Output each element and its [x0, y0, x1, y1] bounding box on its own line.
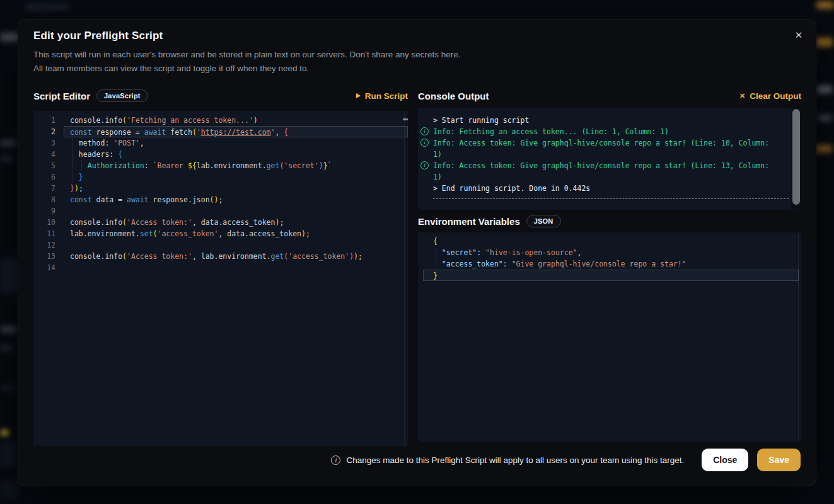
code-token — [433, 260, 442, 268]
line-number: 12 — [33, 239, 64, 251]
code-line: 3 method: 'POST', — [33, 137, 408, 149]
console-output: > Start running scriptiInfo: Fetching an… — [418, 108, 801, 210]
console-text: Info: Fetching an access token... (Line:… — [433, 127, 669, 136]
code-token: lab.environment. — [197, 161, 267, 170]
env-variables-heading: Environment Variables — [418, 216, 520, 227]
code-token: , data.access_token — [192, 218, 275, 227]
clear-icon: ✕ — [739, 92, 745, 100]
backdrop-blur-shape — [0, 386, 14, 391]
code-token: ` — [328, 161, 332, 170]
code-token: set — [140, 229, 153, 238]
code-token: ${ — [188, 161, 197, 170]
code-token: ( — [122, 116, 127, 125]
line-number: 11 — [33, 228, 64, 239]
code-token: ( — [122, 218, 127, 227]
line-number: 3 — [33, 137, 64, 149]
code-token: { — [284, 128, 288, 137]
code-link: https://test.com — [201, 128, 271, 137]
backdrop-blur-shape — [0, 140, 16, 146]
backdrop-blur-shape — [817, 86, 832, 93]
code-line: 5 Authorization: `Bearer ${lab.environme… — [33, 160, 408, 171]
code-line: "access_token": "Give graphql-hive/conso… — [418, 258, 801, 270]
line-number: 4 — [33, 149, 64, 160]
console-text: > End running script. Done in 0.442s — [433, 184, 590, 193]
code-token: await — [144, 128, 166, 137]
close-icon[interactable]: ✕ — [792, 28, 806, 42]
code-token: ; — [279, 218, 284, 227]
console-header: Console Output ✕ Clear Output — [418, 88, 801, 103]
json-badge: JSON — [526, 215, 561, 227]
code-token: 'Access token:' — [127, 218, 192, 227]
backdrop-blur-shape — [818, 115, 832, 121]
info-icon: i — [331, 455, 340, 465]
dialog-description-line1: This script will run in each user's brow… — [33, 50, 460, 59]
close-button[interactable]: Close — [702, 449, 748, 471]
code-token: { — [118, 150, 122, 159]
code-token: ) — [253, 116, 258, 125]
line-number: 1 — [33, 115, 64, 126]
code-line: 12 — [33, 239, 408, 251]
console-entry: > Start running script — [433, 115, 779, 126]
console-scrollbar-thumb[interactable] — [792, 109, 800, 205]
dialog-description-line2: All team members can view the script and… — [33, 64, 309, 73]
env-variables-header: Environment Variables JSON — [418, 214, 801, 229]
info-icon: i — [420, 139, 429, 147]
overview-ruler-mark — [403, 118, 408, 120]
info-icon: i — [420, 161, 429, 169]
info-icon: i — [420, 127, 429, 135]
code-line: } — [423, 270, 799, 281]
code-token — [433, 248, 442, 257]
code-token: await — [127, 195, 149, 204]
code-token: ; — [306, 229, 310, 238]
code-line: 11lab.environment.set('access_token', da… — [33, 228, 408, 239]
code-token: ( — [192, 128, 197, 137]
console-text: > Start running script — [433, 116, 529, 125]
code-token: , — [275, 128, 284, 137]
code-token: data = — [92, 195, 127, 204]
run-script-button[interactable]: Run Script — [356, 91, 408, 101]
env-variables-editor[interactable]: { "secret": "hive-is-open-source", "acce… — [418, 232, 801, 442]
backdrop-blur-shape — [0, 156, 13, 161]
code-line: 7}); — [33, 183, 408, 194]
code-token: "Give graphql-hive/console repo a star!" — [512, 260, 686, 268]
code-token: response.json — [149, 195, 210, 204]
code-token: ; — [218, 195, 223, 204]
code-token: : — [477, 248, 485, 257]
backdrop-blur-shape — [816, 145, 832, 152]
clear-output-button[interactable]: ✕ Clear Output — [739, 91, 801, 101]
line-number: 6 — [33, 171, 64, 183]
code-token: `Bearer — [153, 161, 188, 170]
backdrop-blur-shape — [0, 430, 9, 436]
code-token: console.info — [70, 116, 122, 125]
code-token: headers: — [70, 150, 118, 159]
backdrop-blur-shape — [0, 258, 19, 293]
code-token: "access_token" — [442, 260, 503, 268]
code-line: 2const response = await fetch('https://t… — [33, 126, 408, 137]
code-token: const — [70, 128, 92, 137]
save-button[interactable]: Save — [757, 449, 801, 471]
console-text: Info: Access token: Give graphql-hive/co… — [433, 161, 773, 181]
script-editor[interactable]: 1console.info('Fetching an access token.… — [33, 111, 408, 446]
code-token: get — [267, 161, 280, 170]
code-line: 8const data = await response.json(); — [33, 194, 408, 205]
line-number: 13 — [33, 251, 64, 262]
dialog-footer: i Changes made to this Preflight Script … — [33, 449, 801, 471]
console-separator — [433, 198, 789, 199]
code-token: console.info — [70, 252, 122, 261]
code-token: } — [323, 161, 328, 170]
code-token: const — [70, 195, 92, 204]
code-token — [70, 173, 79, 181]
code-token: } — [70, 184, 74, 193]
line-number: 2 — [33, 126, 64, 137]
code-token: , — [140, 139, 144, 147]
indent-guide — [436, 247, 436, 270]
indent-guide — [81, 160, 82, 171]
code-token: , — [577, 248, 582, 257]
line-number: 10 — [33, 217, 64, 228]
script-editor-header: Script Editor JavaScript Run Script — [33, 88, 408, 103]
code-token: , data.access_token — [218, 229, 301, 238]
code-line: 14 — [33, 262, 408, 273]
console-text: Info: Access token: Give graphql-hive/co… — [433, 139, 773, 159]
backdrop-blur-shape — [25, 4, 69, 10]
console-entry: iInfo: Access token: Give graphql-hive/c… — [433, 137, 779, 160]
